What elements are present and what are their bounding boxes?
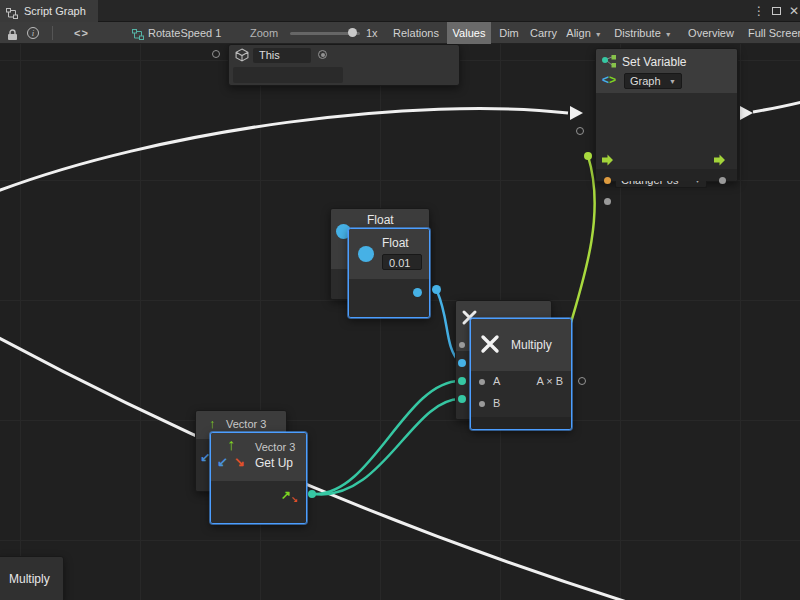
distribute-button[interactable]: Distribute▼ xyxy=(607,22,679,44)
arrow-up-icon: ↑ xyxy=(227,437,235,453)
carry-button[interactable]: Carry xyxy=(525,22,561,44)
port-dot xyxy=(321,53,325,57)
fullscreen-label: Full Screen xyxy=(748,27,800,39)
chevron-down-icon: ▼ xyxy=(595,31,602,38)
control-out-arrow-icon xyxy=(740,106,753,120)
dim-button[interactable]: Dim xyxy=(494,22,524,44)
control-input-arrow-icon[interactable] xyxy=(602,152,614,170)
float-node[interactable]: Float 0.01 xyxy=(348,228,430,318)
wire-control-out[interactable] xyxy=(753,101,800,112)
multiply-back-port-a[interactable] xyxy=(458,359,466,367)
this-field[interactable]: This xyxy=(253,48,311,63)
input-value-port[interactable] xyxy=(604,198,611,205)
vector3-body: ↗ ↘ xyxy=(211,481,306,523)
multiply-header: Multiply xyxy=(471,319,571,371)
output-value-port[interactable] xyxy=(719,177,726,184)
window-menu-icon[interactable]: ⋮ xyxy=(751,0,767,22)
multiply-corner-title: Multiply xyxy=(9,572,50,586)
code-preview-icon[interactable]: <> xyxy=(74,22,89,44)
lt-glyph: < xyxy=(602,73,609,87)
variable-icon xyxy=(601,54,617,73)
multiply-output-port[interactable] xyxy=(578,377,586,385)
values-button[interactable]: Values xyxy=(447,22,491,44)
vector3-header: ↑ ↙ ↘ Vector 3 Get Up xyxy=(211,433,306,481)
overview-button[interactable]: Overview xyxy=(681,22,741,44)
get-up-output-port[interactable] xyxy=(308,490,316,498)
chevron-down-icon: ▼ xyxy=(669,78,676,85)
multiply-back-port-1[interactable] xyxy=(459,342,465,348)
arrow-up-right-icon: ↗ xyxy=(281,489,291,501)
lock-icon[interactable] xyxy=(7,27,18,45)
multiply-back-port-b[interactable] xyxy=(458,377,466,385)
this-output-port[interactable] xyxy=(318,50,327,59)
unconnected-port[interactable] xyxy=(212,50,220,58)
multiply-input-b-label: B xyxy=(493,397,500,409)
tab-script-graph[interactable]: Script Graph xyxy=(0,0,98,22)
wire-getup-to-multiply-a[interactable] xyxy=(314,381,460,494)
variable-kind-dropdown[interactable]: Graph ▼ xyxy=(624,73,682,89)
zoom-slider-handle[interactable] xyxy=(348,28,357,37)
multiply-body: A A × B B xyxy=(471,371,571,417)
float-header: Float 0.01 xyxy=(349,229,429,279)
fullscreen-button[interactable]: Full Screen xyxy=(743,22,800,44)
get-up-title: Get Up xyxy=(255,456,293,470)
maximize-icon[interactable] xyxy=(769,0,785,22)
multiply-input-b-port[interactable] xyxy=(479,401,485,407)
float-output-port[interactable] xyxy=(413,288,422,297)
this-node[interactable]: This xyxy=(228,44,460,86)
float-body xyxy=(349,279,429,317)
control-output-arrow-icon[interactable] xyxy=(714,152,726,170)
multiply-input-a-port[interactable] xyxy=(479,379,485,385)
multiply-title: Multiply xyxy=(511,338,552,352)
float-back-output-port[interactable] xyxy=(432,285,441,294)
dim-label: Dim xyxy=(499,27,519,39)
arrow-down-left-icon: ↙ xyxy=(217,455,228,468)
multiply-output-label: A × B xyxy=(536,375,563,387)
arrow-up-icon: ↑ xyxy=(209,417,216,430)
distribute-label: Distribute xyxy=(614,27,660,39)
toolbar-divider xyxy=(52,26,53,40)
setvariable-name-outer-port[interactable] xyxy=(576,127,584,135)
graph-canvas[interactable]: This Set Variable <> Graph ▼ xyxy=(0,44,800,600)
float-value-field[interactable]: 0.01 xyxy=(382,254,422,270)
variable-name-port[interactable] xyxy=(604,177,611,184)
graph-toolbar: i <> RotateSpeed 1 Zoom 1x Relations Val… xyxy=(0,22,800,44)
align-label: Align xyxy=(566,27,590,39)
float-icon xyxy=(358,246,374,262)
multiply-icon xyxy=(479,333,501,359)
multiply-back-port-c[interactable] xyxy=(458,395,466,403)
breadcrumb[interactable]: RotateSpeed 1 xyxy=(148,22,221,44)
float-back-title: Float xyxy=(367,213,394,227)
overview-label: Overview xyxy=(688,27,734,39)
wire-getup-to-multiply-b[interactable] xyxy=(314,399,460,494)
close-icon[interactable]: ✕ xyxy=(786,0,800,22)
float-title: Float xyxy=(382,236,409,250)
gt-glyph: > xyxy=(609,73,616,87)
unity-script-graph-window: Script Graph ⋮ ✕ i <> RotateSpeed 1 Zoom… xyxy=(0,0,800,600)
carry-label: Carry xyxy=(530,27,557,39)
this-node-inset xyxy=(233,67,343,83)
set-variable-body: ChangePos ▼ xyxy=(596,93,737,171)
wire-multiply-to-setvariable[interactable] xyxy=(566,156,595,339)
code-kind-icon: <> xyxy=(602,73,616,87)
arrow-down-right-icon: ↘ xyxy=(234,455,245,468)
arrow-down-left-icon: ↙ xyxy=(200,451,210,463)
setvariable-value-connection[interactable] xyxy=(584,152,592,160)
align-button[interactable]: Align▼ xyxy=(561,22,607,44)
window-titlebar: Script Graph ⋮ ✕ xyxy=(0,0,800,22)
arrow-down-right-icon: ↘ xyxy=(291,496,298,504)
multiply-corner-node[interactable]: Multiply xyxy=(0,556,64,600)
wire-control-in[interactable] xyxy=(0,108,568,194)
this-label: This xyxy=(259,49,280,61)
relations-button[interactable]: Relations xyxy=(388,22,444,44)
set-variable-node[interactable]: Set Variable <> Graph ▼ ChangePos ▼ xyxy=(595,48,738,182)
maximize-glyph xyxy=(772,7,781,15)
float-value: 0.01 xyxy=(389,257,410,269)
chevron-down-icon: ▼ xyxy=(665,31,672,38)
multiply-node[interactable]: Multiply A A × B B xyxy=(470,318,572,430)
zoom-label: Zoom xyxy=(250,22,278,44)
info-icon[interactable]: i xyxy=(27,27,39,39)
values-label: Values xyxy=(453,27,486,39)
control-in-arrow-icon xyxy=(570,106,583,120)
vector3-get-up-node[interactable]: ↑ ↙ ↘ Vector 3 Get Up ↗ ↘ xyxy=(210,432,307,524)
